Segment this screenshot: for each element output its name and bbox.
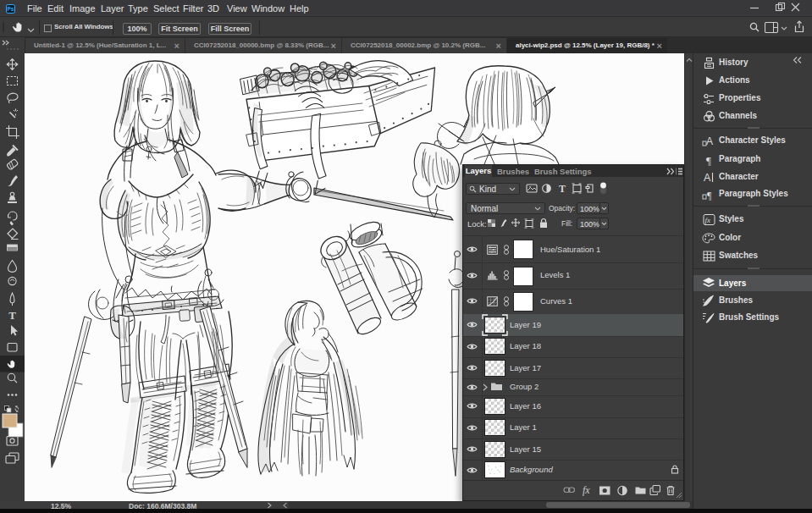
svg-text:T: T — [559, 183, 566, 195]
svg-text:T: T — [8, 309, 16, 322]
svg-text:fx: fx — [583, 484, 590, 496]
svg-text:¶: ¶ — [706, 154, 711, 167]
svg-text:Ps: Ps — [8, 6, 14, 12]
svg-text:fx: fx — [705, 216, 711, 224]
svg-text:¶: ¶ — [707, 190, 712, 201]
svg-text:A: A — [704, 172, 711, 184]
svg-text:A: A — [706, 135, 713, 147]
